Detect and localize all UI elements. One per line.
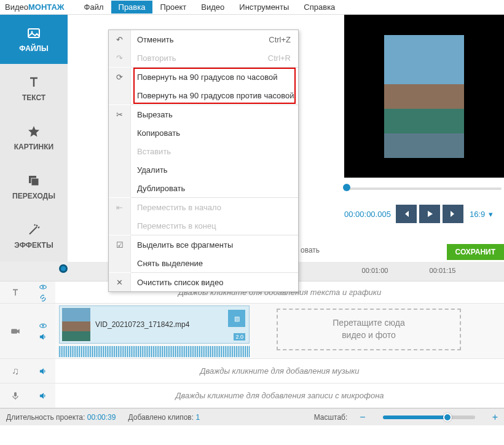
play-icon (425, 210, 434, 218)
menu-item-undo[interactable]: ↶ Отменить Ctrl+Z (109, 30, 298, 49)
play-button[interactable] (419, 205, 440, 223)
move-start-icon: ⇤ (116, 203, 123, 212)
clips-label: Добавлено клипов: (128, 413, 194, 422)
skip-prev-icon (402, 210, 411, 218)
video-dropzone[interactable]: Перетащите сюда видео и фото (277, 309, 461, 350)
scissors-icon: ✂ (116, 110, 123, 119)
menu-video[interactable]: Видео (194, 1, 232, 14)
select-all-icon: ☑ (116, 240, 124, 250)
sidebar-label: КАРТИНКИ (14, 143, 53, 151)
skip-next-icon (449, 210, 457, 218)
audio-waveform (59, 346, 250, 357)
svg-point-8 (42, 325, 44, 326)
layers-icon (26, 173, 41, 188)
menu-file[interactable]: Файл (77, 1, 111, 14)
menu-item-paste: Вставить (109, 142, 298, 160)
zoom-in-button[interactable]: + (492, 412, 498, 423)
text-icon (10, 288, 20, 297)
speaker-icon[interactable] (39, 333, 47, 341)
menu-item-delete[interactable]: Удалить (109, 160, 298, 179)
sidebar-label: ЭФФЕКТЫ (14, 241, 53, 250)
ruler-tick: 00:01:15 (430, 267, 456, 274)
menu-item-deselect[interactable]: Снять выделение (109, 254, 298, 272)
wand-icon (26, 222, 41, 237)
menu-item-duplicate[interactable]: Дублировать (109, 179, 298, 197)
music-icon: ♫ (12, 366, 19, 377)
preview-seek[interactable] (344, 178, 504, 197)
menu-item-redo: ↷ Повторить Ctrl+R (109, 49, 298, 67)
zoom-slider[interactable] (383, 415, 475, 419)
text-icon (26, 75, 41, 90)
menu-project[interactable]: Проект (152, 1, 194, 14)
zoom-handle[interactable] (443, 413, 452, 422)
svg-rect-6 (11, 329, 17, 334)
statusbar: Длительность проекта: 00:00:39 Добавлено… (0, 408, 504, 425)
sidebar-tab-transitions[interactable]: ПЕРЕХОДЫ (0, 162, 68, 211)
rotate-cw-icon: ⟳ (116, 73, 123, 82)
video-clip[interactable]: VID_20210723_171842.mp4 ▧ 2.0 (59, 305, 250, 344)
svg-point-5 (42, 286, 44, 288)
sidebar-label: ТЕКСТ (22, 93, 45, 102)
menu-item-clear-list[interactable]: ✕ Очистить список видео (109, 273, 298, 291)
preview-panel: 00:00:00.005 16:9 ▾ (344, 15, 504, 228)
next-button[interactable] (443, 205, 463, 223)
sidebar-tab-effects[interactable]: ЭФФЕКТЫ (0, 211, 68, 261)
sidebar-tab-images[interactable]: КАРТИНКИ (0, 113, 68, 162)
menu-tools[interactable]: Инструменты (232, 1, 296, 14)
zoom-out-button[interactable]: − (360, 412, 365, 423)
menu-item-rotate-ccw[interactable]: Повернуть на 90 градусов против часовой (109, 86, 298, 104)
eye-icon[interactable] (39, 283, 47, 291)
sidebar: ФАЙЛЫ ТЕКСТ КАРТИНКИ ПЕРЕХОДЫ ЭФФЕКТЫ (0, 15, 68, 262)
zoom-label: Масштаб: (314, 413, 348, 422)
clear-icon: ✕ (116, 278, 123, 287)
edit-dropdown: ↶ Отменить Ctrl+Z ↷ Повторить Ctrl+R ⟳ П… (108, 30, 299, 292)
seek-handle[interactable] (343, 184, 350, 191)
image-icon (26, 26, 41, 41)
prev-button[interactable] (396, 205, 417, 223)
menu-item-select-all[interactable]: ☑ Выделить все фрагменты (109, 235, 298, 254)
video-track[interactable]: VID_20210723_171842.mp4 ▧ 2.0 Перетащите… (0, 304, 504, 359)
toolbar-partial-text: овать (301, 246, 320, 254)
preview-thumbnail (384, 35, 464, 158)
chevron-down-icon[interactable]: ▾ (489, 210, 493, 219)
menubar: ВидеоМОНТАЖ Файл Правка Проект Видео Инс… (0, 0, 504, 15)
menu-edit[interactable]: Правка (111, 1, 153, 14)
mic-track-hint: Дважды кликните для добавления записи с … (55, 391, 504, 400)
eye-icon[interactable] (39, 321, 47, 330)
mic-track[interactable]: Дважды кликните для добавления записи с … (0, 384, 504, 408)
star-icon (26, 124, 41, 139)
sidebar-tab-text[interactable]: ТЕКСТ (0, 64, 68, 113)
clip-thumbnail (62, 308, 90, 341)
duration-label: Длительность проекта: (6, 413, 85, 422)
link-icon[interactable] (39, 294, 47, 302)
menu-item-rotate-cw[interactable]: ⟳ Повернуть на 90 градусов по часовой (109, 68, 298, 86)
transition-icon[interactable]: ▧ (228, 310, 245, 327)
transition-duration: 2.0 (234, 333, 245, 341)
sidebar-tab-files[interactable]: ФАЙЛЫ (0, 15, 68, 64)
music-track-hint: Дважды кликните для добавления музыки (55, 366, 504, 376)
undo-icon: ↶ (116, 35, 123, 44)
menu-item-cut[interactable]: ✂ Вырезать (109, 105, 298, 124)
speaker-icon[interactable] (39, 392, 47, 400)
app-title: ВидеоМОНТАЖ (5, 2, 65, 12)
svg-rect-9 (14, 392, 17, 396)
music-track[interactable]: ♫ Дважды кликните для добавления музыки (0, 359, 504, 384)
menu-item-move-start: ⇤ Переместить в начало (109, 198, 298, 216)
menu-item-copy[interactable]: Копировать (109, 124, 298, 142)
menu-help[interactable]: Справка (296, 1, 342, 14)
duration-value: 00:00:39 (87, 413, 116, 422)
clip-filename: VID_20210723_171842.mp4 (95, 320, 189, 329)
preview-video (344, 15, 504, 178)
clips-value: 1 (195, 413, 200, 422)
preview-time: 00:00:00.005 (344, 210, 391, 219)
playhead[interactable] (59, 264, 68, 273)
sidebar-label: ПЕРЕХОДЫ (12, 192, 55, 200)
redo-icon: ↷ (116, 53, 123, 63)
speaker-icon[interactable] (39, 367, 47, 376)
mic-icon (10, 391, 20, 401)
ruler-tick: 00:01:00 (362, 267, 388, 274)
camera-icon (10, 326, 21, 337)
svg-rect-0 (28, 29, 39, 37)
aspect-ratio[interactable]: 16:9 (470, 210, 485, 219)
save-button[interactable]: СОХРАНИТ (447, 244, 504, 260)
